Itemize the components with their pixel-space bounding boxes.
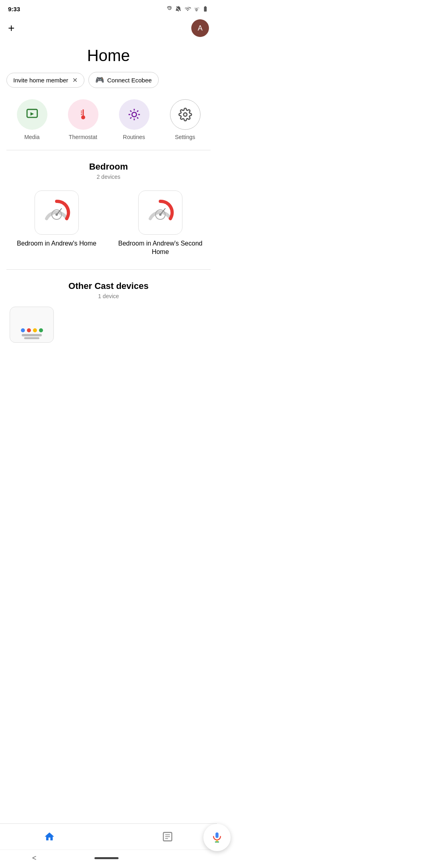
device-name-1: Bedroom in Andrew's Home [17,240,96,248]
device-name-2: Bedroom in Andrew's Second Home [113,240,207,256]
bedroom-title: Bedroom [6,162,211,172]
device-icon-box-1 [35,190,79,235]
notifications-off-icon [175,6,182,12]
ecobee-chip[interactable]: 🎮 Connect Ecobee [88,72,159,88]
svg-point-7 [132,112,136,117]
avatar[interactable]: A [191,19,209,37]
cast-device-row [0,302,217,352]
invite-chip[interactable]: Invite home member ✕ [6,73,84,88]
svg-line-15 [137,111,138,112]
settings-label: Settings [175,134,195,140]
svg-point-3 [81,115,85,119]
ecobee-icon: 🎮 [95,76,104,84]
svg-marker-1 [30,112,34,116]
device-card-bedroom-home[interactable]: Bedroom in Andrew's Home [10,190,104,256]
device-icon-box-2 [138,190,182,235]
cast-icon-box [10,307,54,343]
svg-point-16 [183,113,187,117]
page-title: Home [0,40,217,72]
cast-stand [22,334,42,336]
svg-point-22 [159,213,162,216]
thermostat-gauge-icon-2 [144,197,176,229]
svg-line-13 [137,117,138,119]
cast-subtitle: 1 device [6,293,211,299]
cast-section-header: Other Cast devices 1 device [0,270,217,302]
routines-label: Routines [123,134,145,140]
cast-title: Other Cast devices [6,281,211,291]
category-media[interactable]: Media [17,99,47,140]
battery-icon [202,6,209,12]
bedroom-subtitle: 2 devices [6,174,211,180]
cast-dots [21,328,43,332]
invite-chip-label: Invite home member [13,77,68,84]
svg-point-26 [39,328,43,332]
status-time: 9:33 [8,6,20,12]
svg-point-24 [27,328,31,332]
bedroom-device-grid: Bedroom in Andrew's Home Bedroom in Andr… [0,182,217,269]
svg-line-14 [130,117,131,119]
routines-icon [127,108,141,121]
top-bar: + A [0,16,217,40]
cast-device-card[interactable] [10,307,54,343]
svg-point-23 [21,328,25,332]
settings-icon [178,108,192,121]
device-card-bedroom-second[interactable]: Bedroom in Andrew's Second Home [113,190,207,256]
media-label: Media [24,134,39,140]
media-circle [17,99,47,130]
routines-circle [119,99,149,130]
chips-row: Invite home member ✕ 🎮 Connect Ecobee [0,72,217,96]
cast-stand-base [24,337,39,339]
svg-line-12 [130,111,131,112]
svg-point-25 [33,328,37,332]
thermostat-icon [76,108,90,121]
svg-point-19 [55,213,58,216]
add-button[interactable]: + [8,23,14,34]
wifi-icon [184,6,191,12]
category-thermostat[interactable]: Thermostat [68,99,98,140]
category-routines[interactable]: Routines [119,99,149,140]
categories-row: Media Thermostat [0,96,217,150]
category-settings[interactable]: Settings [170,99,201,140]
thermostat-gauge-icon-1 [41,197,73,229]
thermostat-label: Thermostat [69,134,97,140]
status-icons [166,6,209,12]
status-bar: 9:33 [0,0,217,16]
signal-icon [194,6,199,12]
bedroom-section-header: Bedroom 2 devices [0,150,217,182]
thermostat-circle [68,99,98,130]
media-icon [25,108,39,121]
alarm-icon [166,6,173,12]
ecobee-chip-label: Connect Ecobee [107,77,152,84]
invite-chip-close[interactable]: ✕ [72,76,78,84]
settings-circle [170,99,201,130]
